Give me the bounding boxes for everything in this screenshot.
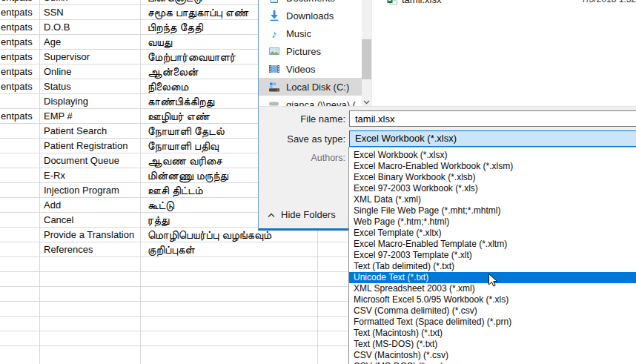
scrollbar-down-button[interactable] (362, 96, 371, 106)
sheet-cell-a[interactable] (0, 94, 40, 109)
file-type-option[interactable]: Excel Workbook (*.xlsx) (349, 150, 636, 161)
sheet-cell-b[interactable]: Add (40, 198, 145, 213)
sheet-cell-a[interactable]: entpats (0, 50, 40, 64)
dialog-browse-area: Documents Downloads ♪ Music Pictures Vid… (259, 0, 636, 106)
sidebar-scrollbar[interactable] (362, 0, 371, 106)
downloads-icon (268, 10, 280, 21)
sidebar-item[interactable]: ♪ Music (259, 24, 362, 42)
sheet-cell-a[interactable]: entpats (0, 5, 40, 20)
sheet-cell-a[interactable]: entpats (0, 35, 40, 50)
sheet-cell-b[interactable]: Displaying (40, 94, 145, 109)
file-name-input[interactable] (349, 110, 636, 127)
sheet-cell-b[interactable]: References (40, 242, 145, 257)
sidebar-item-label: gianca (\\neva) ( (286, 99, 356, 107)
sidebar-item[interactable]: Videos (259, 60, 362, 78)
sheet-cell-a[interactable] (0, 198, 40, 213)
network-drive-icon (268, 99, 280, 106)
sidebar-item-label: Downloads (286, 10, 334, 21)
file-type-option[interactable]: XML Data (*.xml) (349, 194, 636, 205)
local-disk-icon (268, 81, 280, 93)
file-type-option[interactable]: Excel 97-2003 Template (*.xlt) (349, 250, 636, 261)
sidebar-item-label: Local Disk (C:) (286, 82, 349, 93)
sheet-cell-b[interactable]: SSN (40, 5, 145, 20)
sheet-cell-a[interactable]: entpats (0, 20, 40, 35)
sheet-cell-b[interactable]: Status (40, 79, 145, 94)
sheet-cell-a[interactable]: entpats (0, 0, 40, 5)
sheet-cell-a[interactable]: entpats (0, 79, 40, 94)
sheet-cell-a[interactable] (0, 139, 40, 153)
file-type-option[interactable]: Text (MS-DOS) (*.txt) (349, 339, 636, 350)
sheet-cell-a[interactable] (0, 153, 40, 168)
sheet-cell-a[interactable]: entpats (0, 64, 40, 79)
scrollbar-thumb[interactable] (362, 39, 371, 79)
file-list: tamil.xlsx 7/3/2018 1:52 (371, 0, 636, 106)
save-as-type-combobox[interactable]: Excel Workbook (*.xlsx) (349, 130, 636, 147)
save-as-type-label: Save as type: (259, 133, 345, 145)
videos-icon (268, 63, 280, 75)
sheet-cell-a[interactable] (0, 242, 40, 257)
excel-file-icon (387, 0, 397, 4)
sheet-cell-a[interactable] (0, 213, 40, 228)
hide-folders-label: Hide Folders (281, 209, 336, 220)
sheet-cell-a[interactable] (0, 183, 40, 198)
file-type-option[interactable]: Formatted Text (Space delimited) (*.prn) (349, 317, 636, 328)
file-type-option[interactable]: Text (Macintosh) (*.txt) (349, 328, 636, 339)
file-type-dropdown-list: Excel Workbook (*.xlsx) Excel Macro-Enab… (348, 147, 636, 364)
sheet-cell-b[interactable]: Provide a Translation (40, 228, 145, 242)
file-type-option[interactable]: Excel 97-2003 Workbook (*.xls) (349, 183, 636, 194)
file-type-option[interactable]: CSV (Macintosh) (*.csv) (349, 350, 636, 361)
sheet-cell-b[interactable]: Injection Program (40, 183, 145, 198)
sheet-cell-a[interactable] (0, 168, 40, 183)
file-type-option[interactable]: CSV (MS-DOS) (*.csv) (349, 361, 636, 364)
file-type-option[interactable]: Text (Tab delimited) (*.txt) (349, 261, 636, 272)
sheet-cell-b[interactable]: Document Queue (40, 153, 145, 168)
sheet-cell-b[interactable]: EMP # (40, 109, 145, 124)
file-type-option[interactable]: CSV (Comma delimited) (*.csv) (349, 305, 636, 317)
sidebar-item-label: Pictures (286, 46, 321, 57)
file-date: 7/3/2018 1:52 (582, 0, 636, 7)
sheet-cell-b[interactable]: Age (40, 35, 145, 50)
file-type-option[interactable]: Web Page (*.htm;*.html) (349, 216, 636, 228)
documents-icon (268, 0, 280, 4)
sheet-cell-a[interactable] (0, 124, 40, 139)
sidebar-item-label: Videos (286, 64, 316, 75)
sheet-cell-b[interactable]: E-Rx (40, 168, 145, 183)
dialog-sidebar: Documents Downloads ♪ Music Pictures Vid… (259, 0, 362, 106)
sidebar-item[interactable]: Pictures (259, 42, 362, 60)
authors-label: Authors: (259, 153, 345, 163)
mouse-cursor (488, 274, 499, 291)
sidebar-item[interactable]: gianca (\\neva) ( (259, 96, 362, 106)
sheet-cell-b[interactable]: Online (40, 64, 145, 79)
file-type-option[interactable]: Single File Web Page (*.mht;*.mhtml) (349, 205, 636, 216)
sidebar-item-label: Documents (286, 0, 335, 4)
music-icon: ♪ (268, 27, 280, 39)
sidebar-item[interactable]: Downloads (259, 7, 362, 24)
chevron-up-icon (268, 209, 275, 220)
file-type-option[interactable]: Excel Macro-Enabled Workbook (*.xlsm) (349, 161, 636, 172)
sheet-cell-a[interactable]: entpats (0, 109, 40, 124)
chevron-down-icon (363, 94, 370, 106)
file-type-option[interactable]: Excel Template (*.xltx) (349, 228, 636, 239)
file-name-label: File name: (259, 113, 345, 125)
pictures-icon (268, 45, 280, 57)
sheet-cell-b[interactable]: Supervisor (40, 50, 145, 64)
file-list-item[interactable]: tamil.xlsx 7/3/2018 1:52 (372, 0, 636, 7)
file-type-option[interactable]: Microsoft Excel 5.0/95 Workbook (*.xls) (349, 294, 636, 305)
sheet-cell-b[interactable]: Cancel (40, 213, 145, 228)
file-name: tamil.xlsx (402, 0, 441, 5)
file-type-option[interactable]: Excel Macro-Enabled Template (*.xltm) (349, 239, 636, 250)
sheet-cell-b[interactable]: Suffix (40, 0, 145, 5)
file-type-option[interactable]: Excel Binary Workbook (*.xlsb) (349, 172, 636, 183)
hide-folders-button[interactable]: Hide Folders (268, 209, 336, 220)
sheet-cell-b[interactable]: D.O.B (40, 20, 145, 35)
sidebar-item-label: Music (286, 28, 311, 39)
sheet-cell-b[interactable]: Patient Registration (40, 139, 145, 153)
sidebar-item[interactable]: Documents (259, 0, 362, 7)
sheet-cell-a[interactable] (0, 228, 40, 242)
sheet-cell-b[interactable]: Patient Search (40, 124, 145, 139)
sidebar-item[interactable]: Local Disk (C:) (259, 78, 362, 96)
